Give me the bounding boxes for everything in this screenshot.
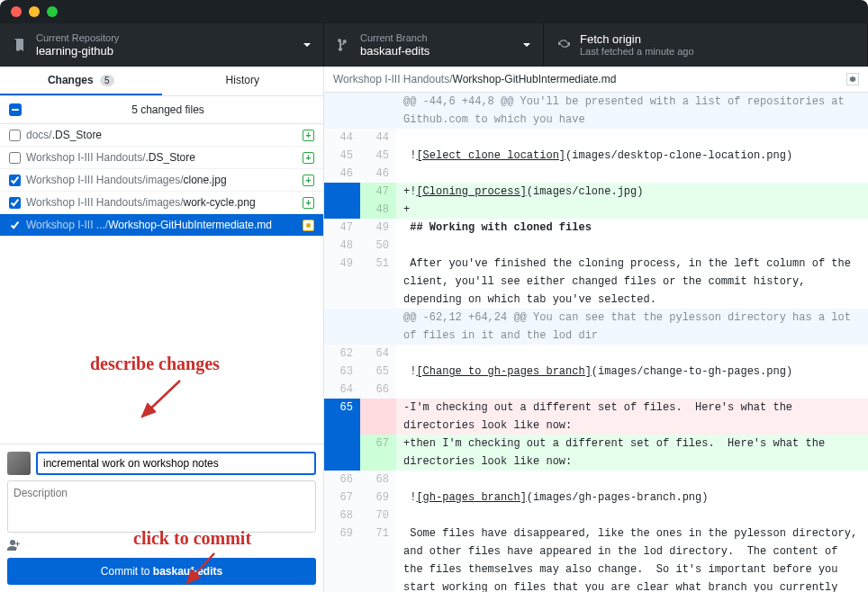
diff-line[interactable]: @@ -62,12 +64,24 @@ You can see that the… (324, 309, 868, 345)
diff-code: + (396, 201, 868, 219)
status-added-icon: + (303, 152, 314, 164)
file-path: Workshop I-III Handouts/images/work-cycl… (26, 196, 297, 209)
diff-line[interactable]: 6264 (324, 345, 868, 363)
tab-changes[interactable]: Changes 5 (0, 67, 162, 95)
tab-history[interactable]: History (162, 67, 324, 95)
file-checkbox[interactable] (9, 197, 21, 209)
file-row[interactable]: Workshop I-III Handouts/images/work-cycl… (0, 192, 323, 214)
file-checkbox[interactable] (9, 220, 21, 231)
diff-code: Some files have disappeared, like the on… (396, 525, 868, 592)
file-row[interactable]: Workshop I-III Handouts/images/clone.jpg… (0, 169, 323, 192)
diff-line[interactable]: 4444 (324, 129, 868, 147)
line-number-new: 66 (360, 381, 396, 399)
coauthor-button[interactable] (7, 535, 316, 558)
diff-code (396, 129, 868, 147)
line-number-old: 66 (324, 471, 360, 489)
diff-line[interactable]: 47+![Cloning process](images/clone.jpg) (324, 183, 868, 201)
diff-line[interactable]: 4749 ## Working with cloned files (324, 219, 868, 237)
diff-line[interactable]: 4850 (324, 237, 868, 255)
line-number-new: 46 (360, 165, 396, 183)
diff-header: Workshop I-III Handouts/Workshop-GitHubI… (324, 67, 868, 93)
fetch-button[interactable]: Fetch origin Last fetched a minute ago (544, 23, 868, 67)
line-number-old: 67 (324, 489, 360, 507)
file-list: docs/.DS_Store+Workshop I-III Handouts/.… (0, 124, 323, 237)
status-modified-icon (303, 220, 314, 231)
line-number-old: 47 (324, 219, 360, 237)
line-number-new: 51 (360, 255, 396, 309)
line-number-old (324, 183, 360, 201)
caret-down-icon (523, 39, 530, 51)
file-path: Workshop I-III .../Workshop-GitHubInterm… (26, 219, 297, 231)
avatar (7, 452, 31, 475)
commit-button-branch: baskauf-edits (153, 565, 222, 578)
changes-header-text: 5 changed files (22, 103, 314, 116)
diff-line[interactable]: 6870 (324, 507, 868, 525)
branch-icon (337, 38, 351, 52)
diff-header-dir: Workshop I-III Handouts/ (333, 73, 453, 85)
line-number-old: 46 (324, 165, 360, 183)
close-window-button[interactable] (11, 6, 22, 17)
line-number-new: 67 (360, 435, 396, 471)
diff-line[interactable]: 6466 (324, 381, 868, 399)
diff-header-file: Workshop-GitHubIntermediate.md (453, 73, 617, 85)
file-checkbox[interactable] (9, 175, 21, 186)
commit-summary-input[interactable] (36, 452, 316, 475)
file-path: Workshop I-III Handouts/images/clone.jpg (26, 174, 297, 186)
line-number-new: 48 (360, 201, 396, 219)
diff-line[interactable]: 6769 ![gh-pages branch](images/gh-pages-… (324, 489, 868, 507)
file-row[interactable]: docs/.DS_Store+ (0, 124, 323, 147)
changes-count-badge: 5 (100, 75, 114, 86)
select-all-checkbox[interactable] (9, 103, 22, 116)
line-number-old: 69 (324, 525, 360, 592)
gear-icon[interactable] (846, 73, 859, 85)
diff-line[interactable]: 4545 ![Select clone location](images/des… (324, 147, 868, 165)
status-added-icon: + (303, 197, 314, 209)
diff-line[interactable]: @@ -44,6 +44,8 @@ You'll be presented wi… (324, 93, 868, 129)
commit-button[interactable]: Commit to baskauf-edits (7, 558, 316, 585)
diff-line[interactable]: 6971 Some files have disappeared, like t… (324, 525, 868, 592)
diff-code: +![Cloning process](images/clone.jpg) (396, 183, 868, 201)
commit-form: click to commit Commit to baskauf-edits (0, 444, 323, 592)
line-number-old: 65 (324, 399, 360, 435)
commit-description-input[interactable] (7, 480, 316, 533)
diff-code (396, 507, 868, 525)
svg-line-0 (142, 381, 180, 417)
zoom-window-button[interactable] (47, 6, 58, 17)
repo-value: learning-github (36, 44, 119, 58)
file-row[interactable]: Workshop I-III .../Workshop-GitHubInterm… (0, 214, 323, 237)
diff-line[interactable]: 6365 ![Change to gh-pages branch](images… (324, 363, 868, 381)
file-checkbox[interactable] (9, 152, 21, 164)
diff-code: @@ -44,6 +44,8 @@ You'll be presented wi… (396, 93, 868, 129)
branch-selector[interactable]: Current Branch baskauf-edits (324, 23, 544, 67)
line-number-new: 68 (360, 471, 396, 489)
branch-label: Current Branch (360, 32, 429, 44)
file-row[interactable]: Workshop I-III Handouts/.DS_Store+ (0, 147, 323, 169)
diff-line[interactable]: 65-I'm checking out a different set of f… (324, 399, 868, 435)
diff-line[interactable]: 6668 (324, 471, 868, 489)
minimize-window-button[interactable] (29, 6, 40, 17)
arrow-icon (135, 376, 189, 426)
diff-line[interactable]: 67+then I'm checking out a different set… (324, 435, 868, 471)
repo-selector[interactable]: Current Repository learning-github (0, 23, 324, 67)
diff-line[interactable]: 48+ (324, 201, 868, 219)
line-number-old (324, 309, 360, 345)
repo-icon (13, 38, 27, 52)
file-path: Workshop I-III Handouts/.DS_Store (26, 151, 297, 164)
diff-line[interactable]: 4646 (324, 165, 868, 183)
diff-code: ## Working with cloned files (396, 219, 868, 237)
add-coauthor-icon (7, 539, 22, 552)
line-number-new: 45 (360, 147, 396, 165)
diff-content[interactable]: @@ -44,6 +44,8 @@ You'll be presented wi… (324, 93, 868, 592)
diff-line[interactable]: 4951 After you've finished the cloning p… (324, 255, 868, 309)
diff-code: @@ -62,12 +64,24 @@ You can see that the… (396, 309, 868, 345)
line-number-new: 70 (360, 507, 396, 525)
diff-code (396, 165, 868, 183)
line-number-new (360, 93, 396, 129)
file-checkbox[interactable] (9, 130, 21, 141)
line-number-new: 65 (360, 363, 396, 381)
line-number-new (360, 309, 396, 345)
line-number-old (324, 435, 360, 471)
line-number-new: 71 (360, 525, 396, 592)
line-number-new: 64 (360, 345, 396, 363)
annotation-describe: describe changes (90, 354, 220, 374)
